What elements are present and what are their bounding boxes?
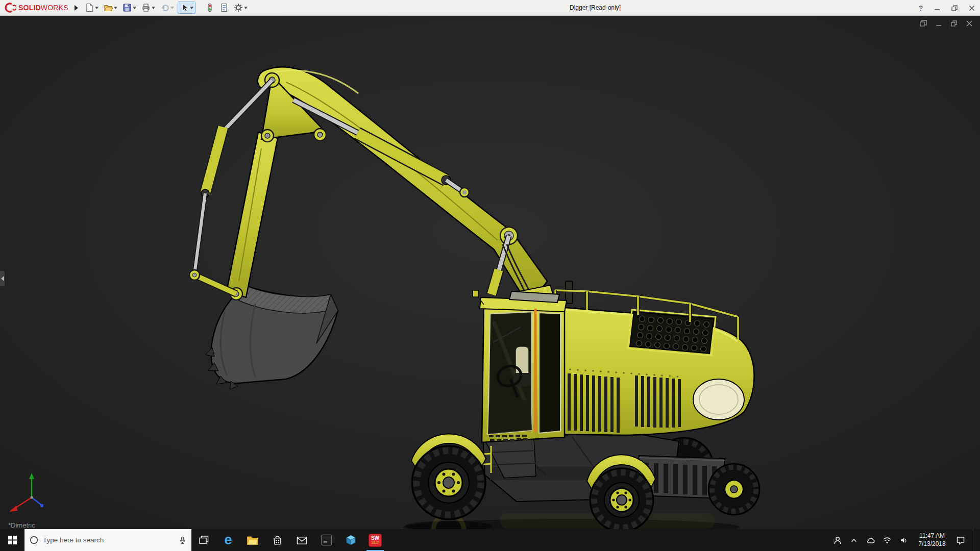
windows-taskbar: e SW 2	[0, 529, 980, 551]
new-document-button[interactable]	[83, 2, 100, 14]
wheel-right-front	[708, 464, 760, 515]
dropdown-caret-icon[interactable]	[95, 7, 99, 9]
orientation-triad[interactable]	[6, 471, 57, 517]
rebuild-stoplight-icon	[205, 3, 214, 12]
titlebar: SOLIDWORKS	[0, 0, 980, 16]
new-document-icon	[85, 3, 94, 12]
save-floppy-icon	[122, 3, 132, 12]
triad-z-axis	[32, 497, 41, 505]
window-title: Digger [Read-only]	[570, 4, 621, 11]
document-window-controls	[920, 20, 973, 27]
task-view-icon	[199, 536, 209, 544]
excavator-body	[553, 290, 754, 435]
select-tool-button[interactable]	[178, 2, 195, 14]
restore-button[interactable]	[951, 5, 958, 11]
select-cursor-icon	[180, 3, 189, 12]
hidden-icons-chevron-icon[interactable]	[850, 536, 858, 544]
edge-icon: e	[224, 533, 232, 547]
file-explorer-icon	[247, 535, 259, 546]
file-properties-icon	[219, 3, 229, 12]
dropdown-caret-icon[interactable]	[152, 7, 155, 9]
cube-3d-app-button[interactable]	[338, 529, 363, 551]
solidworks-app-button[interactable]: SW 2017	[363, 529, 387, 551]
mail-icon	[296, 535, 308, 545]
taskbar-clock[interactable]: 11:47 AM 7/13/2018	[916, 532, 948, 548]
onedrive-cloud-icon[interactable]	[866, 536, 875, 544]
excavator-model[interactable]	[0, 16, 980, 529]
show-desktop-strip[interactable]	[973, 529, 976, 551]
menu-expand-arrow-icon[interactable]	[75, 5, 78, 11]
system-tray: 11:47 AM 7/13/2018	[833, 529, 980, 551]
clock-time: 11:47 AM	[916, 532, 948, 540]
rebuild-button[interactable]	[204, 2, 216, 14]
people-icon[interactable]	[833, 536, 842, 545]
store-button[interactable]	[265, 529, 289, 551]
solidworks-app-icon: SW 2017	[369, 534, 382, 547]
taskbar-search[interactable]	[24, 529, 191, 551]
start-button[interactable]	[0, 529, 24, 551]
help-button[interactable]: ?	[919, 5, 923, 12]
print-button[interactable]	[140, 2, 157, 14]
close-button[interactable]	[969, 5, 975, 11]
save-button[interactable]	[121, 2, 138, 14]
minimize-doc-icon[interactable]	[935, 20, 942, 27]
collapsed-panel-tab[interactable]	[0, 271, 5, 286]
cortana-icon	[30, 536, 38, 544]
print-icon	[141, 3, 151, 12]
clock-date: 7/13/2018	[916, 540, 948, 548]
minimize-button[interactable]	[934, 5, 940, 11]
wheel-front-left	[412, 446, 485, 519]
options-gear-icon	[234, 3, 243, 12]
open-folder-icon	[104, 3, 113, 12]
solidworks-logo-icon	[4, 3, 16, 13]
options-button[interactable]	[232, 2, 249, 14]
dropdown-caret-icon[interactable]	[170, 7, 174, 9]
dropdown-caret-icon[interactable]	[114, 7, 117, 9]
view-orientation-label: *Dimetric	[8, 521, 35, 529]
chevron-left-icon	[1, 276, 4, 281]
mail-button[interactable]	[289, 529, 314, 551]
file-properties-button[interactable]	[218, 2, 230, 14]
undo-button[interactable]	[159, 2, 176, 14]
store-icon	[272, 534, 283, 546]
wheel-rear-left	[590, 468, 653, 529]
search-input[interactable]	[43, 536, 174, 544]
triad-x-axis	[14, 497, 32, 509]
dropdown-caret-icon[interactable]	[133, 7, 136, 9]
edge-button[interactable]: e	[216, 529, 240, 551]
graphics-viewport[interactable]: *Dimetric	[0, 16, 980, 529]
dark-app-button[interactable]	[314, 529, 338, 551]
cube-3d-app-icon	[345, 534, 357, 546]
window-controls: ?	[919, 0, 975, 16]
quick-access-toolbar	[83, 2, 249, 14]
solidworks-logo: SOLIDWORKS	[4, 3, 68, 13]
volume-icon[interactable]	[899, 536, 908, 544]
close-doc-icon[interactable]	[966, 20, 973, 27]
microphone-icon[interactable]	[179, 536, 186, 545]
file-explorer-button[interactable]	[240, 529, 265, 551]
brand-text: SOLIDWORKS	[18, 4, 68, 12]
dropdown-caret-icon[interactable]	[190, 7, 193, 9]
dark-window-app-icon	[321, 534, 332, 546]
open-button[interactable]	[102, 2, 119, 14]
windows-logo-icon	[8, 536, 17, 544]
new-window-icon[interactable]	[920, 20, 927, 27]
undo-icon	[160, 3, 169, 12]
task-view-button[interactable]	[191, 529, 216, 551]
action-center-icon[interactable]	[956, 536, 965, 545]
network-wifi-icon[interactable]	[883, 536, 892, 544]
restore-doc-icon[interactable]	[950, 20, 958, 27]
excavator-cab	[473, 290, 567, 442]
dropdown-caret-icon[interactable]	[244, 7, 248, 9]
